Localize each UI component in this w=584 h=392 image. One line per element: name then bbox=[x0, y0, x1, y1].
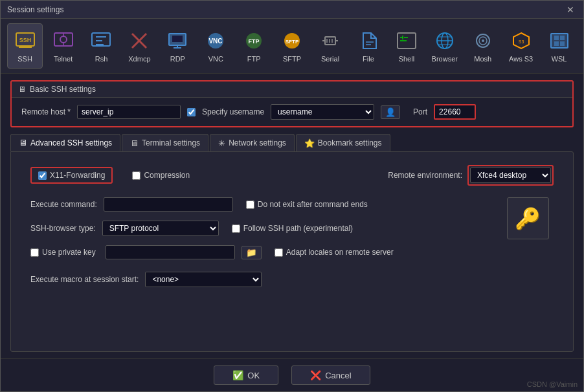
terminal-tab-label: Terminal settings bbox=[142, 138, 200, 147]
toolbar: SSH SSH Telnet bbox=[1, 19, 583, 74]
toolbar-item-mosh[interactable]: Mosh bbox=[465, 23, 500, 69]
close-button[interactable]: ✕ bbox=[564, 5, 577, 15]
bookmark-tab-label: Bookmark settings bbox=[318, 138, 382, 147]
adapt-locales-label: Adapt locales on remote server bbox=[286, 248, 394, 257]
toolbar-item-browser[interactable]: Browser bbox=[427, 23, 462, 69]
follow-ssh-checkbox[interactable] bbox=[232, 224, 240, 233]
tab-network[interactable]: ✳ Network settings bbox=[210, 134, 295, 151]
cancel-icon: ❌ bbox=[310, 370, 321, 380]
specify-username-label: Specify username bbox=[202, 107, 264, 116]
svg-point-44 bbox=[482, 39, 484, 42]
macro-select[interactable]: <none> bbox=[145, 272, 262, 287]
aws-s3-icon: S3 bbox=[510, 29, 533, 52]
ftp-label: FTP bbox=[247, 55, 261, 63]
window-title: Session settings bbox=[7, 5, 63, 14]
private-key-group: Use private key bbox=[30, 248, 96, 257]
aws-s3-label: Aws S3 bbox=[509, 55, 533, 63]
svg-point-4 bbox=[60, 36, 67, 43]
toolbar-item-vnc[interactable]: VNC VNC bbox=[198, 23, 234, 69]
network-tab-icon: ✳ bbox=[218, 138, 225, 148]
toolbar-item-serial[interactable]: Serial bbox=[313, 23, 348, 69]
x11-forwarding-checkbox[interactable] bbox=[38, 171, 47, 180]
advanced-ssh-body: X11-Forwarding Compression Remote enviro… bbox=[11, 152, 573, 300]
basic-ssh-form-row: Remote host * Specify username username … bbox=[21, 104, 563, 120]
toolbar-item-sftp[interactable]: SFTP SFTP bbox=[275, 23, 310, 69]
key-icon-container: 🔑 bbox=[502, 197, 554, 287]
port-label: Port bbox=[413, 107, 427, 116]
cancel-button[interactable]: ❌ Cancel bbox=[291, 365, 370, 385]
telnet-icon bbox=[52, 29, 75, 52]
cancel-label: Cancel bbox=[325, 371, 351, 380]
specify-username-checkbox[interactable] bbox=[187, 108, 196, 116]
advanced-ssh-tab-label: Advanced SSH settings bbox=[30, 138, 112, 147]
toolbar-item-xdmcp[interactable]: Xdmcp bbox=[122, 23, 157, 69]
private-key-browse-button[interactable]: 📁 bbox=[241, 246, 262, 259]
toolbar-item-file[interactable]: File bbox=[350, 23, 386, 69]
svg-text:S3: S3 bbox=[518, 39, 524, 44]
key-icon: 🔑 bbox=[507, 197, 549, 239]
shell-label: Shell bbox=[399, 55, 414, 63]
toolbar-item-shell[interactable]: Shell bbox=[388, 23, 424, 69]
execute-command-input[interactable] bbox=[104, 197, 233, 212]
rsh-label: Rsh bbox=[95, 55, 108, 63]
browser-label: Browser bbox=[432, 55, 458, 63]
adv-left-section: Execute command: Do not exit after comma… bbox=[30, 197, 489, 287]
user-icon-button[interactable]: 👤 bbox=[381, 105, 400, 119]
port-input[interactable] bbox=[434, 104, 476, 120]
serial-label: Serial bbox=[321, 55, 339, 63]
execute-macro-label: Execute macro at session start: bbox=[30, 275, 139, 284]
ssh-browser-select[interactable]: SFTP protocol SCP protocol bbox=[102, 221, 219, 236]
footer: ✅ OK ❌ Cancel bbox=[1, 358, 583, 391]
do-not-exit-group: Do not exit after command ends bbox=[246, 200, 368, 209]
svg-rect-47 bbox=[551, 34, 568, 48]
toolbar-item-ftp[interactable]: FTP FTP bbox=[236, 23, 272, 69]
xdmcp-icon bbox=[128, 29, 151, 52]
compression-label: Compression bbox=[144, 171, 190, 180]
toolbar-item-telnet[interactable]: Telnet bbox=[45, 23, 81, 69]
bookmark-tab-icon: ⭐ bbox=[304, 138, 315, 148]
sftp-label: SFTP bbox=[283, 55, 301, 63]
svg-text:VNC: VNC bbox=[209, 38, 223, 45]
adv-middle-section: Execute command: Do not exit after comma… bbox=[30, 197, 554, 287]
watermark: CSDN @Vaimin bbox=[527, 380, 578, 388]
use-private-key-label: Use private key bbox=[42, 248, 96, 257]
shell-icon bbox=[395, 29, 418, 52]
svg-rect-51 bbox=[554, 41, 559, 46]
network-tab-label: Network settings bbox=[229, 138, 286, 147]
adv-row-1: X11-Forwarding Compression Remote enviro… bbox=[30, 165, 554, 186]
advanced-ssh-tab-icon: 🖥 bbox=[19, 138, 27, 147]
do-not-exit-label: Do not exit after command ends bbox=[258, 200, 368, 209]
x11-forwarding-label: X11-Forwarding bbox=[50, 171, 105, 180]
titlebar: Session settings ✕ bbox=[1, 1, 583, 19]
tab-bookmark[interactable]: ⭐ Bookmark settings bbox=[296, 134, 390, 151]
basic-ssh-panel-header: 🖥 Basic SSH settings bbox=[12, 82, 572, 98]
basic-ssh-icon: 🖥 bbox=[18, 85, 26, 94]
remote-host-label: Remote host * bbox=[21, 107, 71, 116]
ok-button[interactable]: ✅ OK bbox=[214, 365, 278, 385]
follow-ssh-group: Follow SSH path (experimental) bbox=[232, 224, 353, 233]
toolbar-item-aws-s3[interactable]: S3 Aws S3 bbox=[503, 23, 539, 69]
tab-advanced-ssh[interactable]: 🖥 Advanced SSH settings bbox=[10, 134, 120, 151]
xdmcp-label: Xdmcp bbox=[128, 55, 150, 63]
use-private-key-checkbox[interactable] bbox=[30, 248, 39, 257]
compression-group: Compression bbox=[132, 171, 190, 180]
advanced-section: 🖥 Advanced SSH settings 🖥 Terminal setti… bbox=[10, 134, 574, 352]
remote-host-input[interactable] bbox=[77, 105, 181, 119]
username-select[interactable]: username bbox=[271, 104, 374, 120]
toolbar-item-wsl[interactable]: WSL bbox=[541, 23, 577, 69]
basic-ssh-title: Basic SSH settings bbox=[30, 85, 96, 94]
ssh-label: SSH bbox=[17, 55, 32, 63]
adapt-locales-checkbox[interactable] bbox=[275, 248, 283, 257]
toolbar-item-rsh[interactable]: Rsh bbox=[84, 23, 119, 69]
file-label: File bbox=[363, 55, 374, 63]
do-not-exit-checkbox[interactable] bbox=[246, 201, 254, 209]
toolbar-item-rdp[interactable]: RDP bbox=[160, 23, 196, 69]
private-key-input[interactable] bbox=[106, 245, 235, 259]
remote-env-select[interactable]: Xfce4 desktop KDE desktop GNOME desktop … bbox=[470, 168, 551, 183]
remote-env-label: Remote environment: bbox=[388, 171, 462, 180]
follow-ssh-label: Follow SSH path (experimental) bbox=[243, 224, 353, 233]
tab-terminal[interactable]: 🖥 Terminal settings bbox=[122, 134, 208, 151]
svg-rect-49 bbox=[554, 36, 559, 40]
toolbar-item-ssh[interactable]: SSH SSH bbox=[7, 23, 43, 69]
compression-checkbox[interactable] bbox=[132, 171, 140, 180]
